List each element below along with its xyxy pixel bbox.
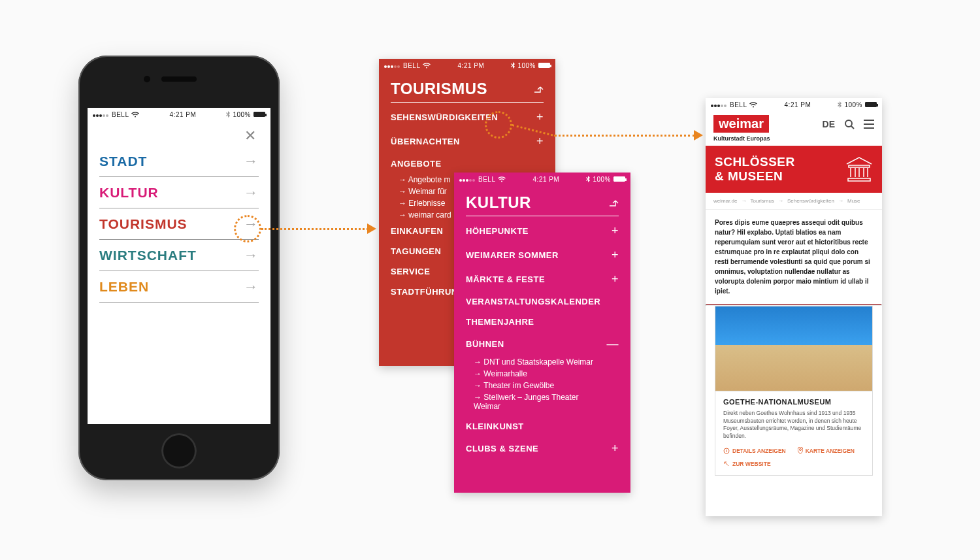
divider [391, 102, 544, 103]
wifi-icon [749, 102, 757, 108]
status-bar: BELL 4:21 PM 100% [706, 98, 882, 111]
card-text: Direkt neben Goethes Wohnhaus sind 1913 … [715, 410, 872, 448]
search-icon[interactable] [844, 119, 855, 129]
bluetooth-icon [838, 101, 841, 108]
status-bar: BELL 4:21 PM 100% [454, 173, 630, 186]
intro-text: Pores dipis eume quaepres assequi odit q… [706, 210, 882, 304]
callout-connector [554, 135, 695, 137]
screen-main-nav: BELL 4:21 PM 100% ✕ STADT→KULTUR→TOURISM… [88, 108, 270, 424]
bluetooth-icon [226, 111, 230, 118]
wifi-icon [423, 63, 431, 69]
divider [466, 216, 619, 216]
chevron-right-icon: → [244, 247, 259, 264]
submenu-item[interactable]: Weimarhalle [454, 368, 630, 380]
plus-icon: + [536, 110, 544, 124]
website-link[interactable]: ZUR WEBSITE [723, 461, 771, 467]
phone-home-button[interactable] [161, 433, 197, 469]
menu-item-angebote[interactable]: ANGEBOTE [379, 154, 555, 174]
arrow-icon [694, 130, 703, 140]
wifi-icon [131, 112, 139, 118]
card-title: GOETHE-NATIONALMUSEUM [715, 391, 872, 410]
callout-circle [234, 215, 261, 242]
external-link-icon [723, 461, 730, 467]
screen-kultur-menu: BELL 4:21 PM 100% KULTUR HÖHEPUNKTE+ WEI… [454, 173, 630, 493]
nav-item-stadt[interactable]: STADT→ [99, 146, 259, 177]
svg-point-0 [845, 120, 852, 127]
submenu-item[interactable]: Stellwerk – Junges Theater Weimar [454, 391, 630, 412]
nav-item-label: WIRTSCHAFT [99, 248, 197, 263]
menu-item-buehnen[interactable]: BÜHNEN— [454, 332, 630, 356]
nav-item-label: LEBEN [99, 279, 149, 295]
map-link[interactable]: KARTE ANZEIGEN [798, 447, 855, 454]
close-icon[interactable]: ✕ [99, 126, 259, 146]
breadcrumb[interactable]: weimar.de→ Tourismus→ Sehenswürdigkeiten… [706, 193, 882, 210]
svg-line-1 [851, 126, 854, 129]
menu-item-clubs-szene[interactable]: CLUBS & SZENE+ [454, 436, 630, 461]
nav-item-label: KULTUR [99, 185, 159, 201]
nav-item-wirtschaft[interactable]: WIRTSCHAFT→ [99, 240, 259, 271]
callout-circle [485, 111, 512, 139]
submenu-item[interactable]: DNT und Staatskapelle Weimar [454, 356, 630, 368]
back-up-icon[interactable] [532, 83, 544, 95]
carrier-label: BELL [112, 111, 129, 118]
status-time: 4:21 PM [170, 111, 197, 118]
section-title: TOURISMUS [391, 80, 487, 98]
chevron-right-icon: → [244, 278, 259, 295]
menu-item-themenjahre[interactable]: THEMENJAHRE [454, 312, 630, 332]
menu-item-sehenswuerdigkeiten[interactable]: SEHENSWÜRDIGKEITEN+ [379, 105, 555, 129]
menu-item-veranstaltungskalender[interactable]: VERANSTALTUNGSKALENDER [454, 291, 630, 312]
hamburger-icon[interactable] [864, 120, 874, 129]
language-switch[interactable]: DE [823, 119, 835, 129]
iphone-device-frame: BELL 4:21 PM 100% ✕ STADT→KULTUR→TOURISM… [78, 56, 280, 480]
menu-item-weimarer-sommer[interactable]: WEIMARER SOMMER+ [454, 243, 630, 267]
page-banner: SCHLÖSSER& MUSEEN [706, 146, 882, 193]
plus-icon: + [536, 135, 544, 148]
chevron-right-icon: → [244, 153, 259, 170]
minus-icon: — [607, 337, 619, 351]
menu-item-kleinkunst[interactable]: KLEINKUNST [454, 416, 630, 436]
submenu-item[interactable]: Theater im Gewölbe [454, 380, 630, 391]
menu-item-uebernachten[interactable]: ÜBERNACHTEN+ [379, 129, 555, 154]
menu-item-hoehepunkte[interactable]: HÖHEPUNKTE+ [454, 219, 630, 243]
screen-detail-page: BELL 4:21 PM 100% weimar DE Kulturstadt … [706, 98, 882, 516]
card-image [715, 306, 872, 391]
details-link[interactable]: DETAILS ANZEIGEN [723, 447, 786, 454]
arrow-circle-icon [723, 448, 730, 454]
brand-tagline: Kulturstadt Europas [706, 135, 882, 146]
battery-pct: 100% [233, 111, 251, 118]
menu-item-maerkte-feste[interactable]: MÄRKTE & FESTE+ [454, 267, 630, 291]
svg-point-2 [724, 448, 729, 453]
nav-item-kultur[interactable]: KULTUR→ [99, 177, 259, 208]
plus-icon: + [612, 224, 619, 238]
nav-item-label: STADT [99, 154, 147, 169]
nav-item-label: TOURISMUS [99, 216, 188, 232]
section-title: KULTUR [466, 193, 531, 212]
plus-icon: + [612, 442, 619, 455]
museum-icon [845, 156, 873, 182]
page-title: SCHLÖSSER& MUSEEN [715, 155, 795, 184]
arrow-icon [367, 223, 376, 234]
bluetooth-icon [511, 62, 515, 69]
museum-card: GOETHE-NATIONALMUSEUM Direkt neben Goeth… [715, 306, 873, 476]
status-bar: BELL 4:21 PM 100% [88, 108, 270, 121]
wifi-icon [498, 176, 506, 182]
pin-icon [798, 447, 803, 454]
plus-icon: + [612, 272, 619, 286]
status-bar: BELL 4:21 PM 100% [379, 59, 555, 72]
callout-connector [261, 228, 368, 230]
plus-icon: + [612, 248, 619, 262]
chevron-right-icon: → [244, 184, 259, 201]
back-up-icon[interactable] [607, 197, 619, 208]
nav-item-leben[interactable]: LEBEN→ [99, 271, 259, 303]
phone-camera-dot [144, 76, 150, 82]
brand-logo[interactable]: weimar [713, 115, 769, 133]
bluetooth-icon [586, 176, 590, 182]
